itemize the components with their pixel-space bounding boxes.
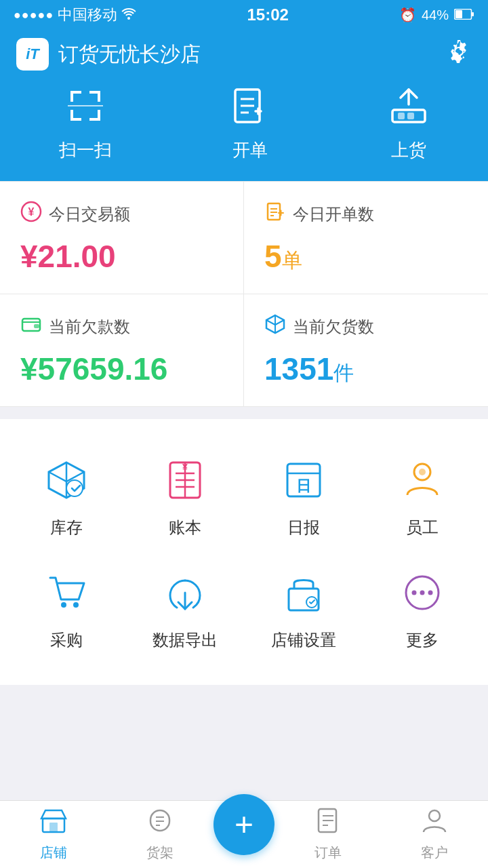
order-icon — [230, 85, 270, 132]
status-bar: ●●●●● 中国移动 15:02 ⏰ 44% — [0, 0, 488, 30]
svg-rect-6 — [98, 91, 100, 102]
menu-inventory[interactable]: 库存 — [7, 439, 125, 552]
signal-icon: ●●●●● — [14, 8, 54, 22]
header: iT 订货无忧长沙店 — [0, 30, 488, 79]
order-label: 开单 — [232, 138, 268, 162]
daily-report-icon: 日 — [277, 453, 331, 507]
scan-label: 扫一扫 — [59, 138, 112, 162]
stat-header-transaction: ¥ 今日交易额 — [20, 201, 223, 227]
stock-up-button[interactable]: 上货 — [388, 85, 429, 162]
wifi-icon — [121, 6, 136, 24]
stat-current-backorder[interactable]: 当前欠货数 1351件 — [244, 294, 488, 407]
more-icon — [395, 566, 449, 620]
store-nav-icon — [40, 808, 67, 840]
svg-text:¥: ¥ — [28, 206, 35, 218]
svg-text:¥: ¥ — [182, 462, 188, 473]
svg-point-46 — [428, 591, 432, 595]
stat-label-debt: 当前欠款数 — [49, 316, 130, 338]
svg-text:日: 日 — [296, 477, 311, 494]
menu-grid: 库存 ¥ 账本 日 — [0, 426, 488, 678]
nav-shelf[interactable]: 货架 — [107, 808, 214, 862]
stat-value-debt: ¥57659.16 — [20, 351, 223, 387]
svg-rect-1 — [455, 10, 462, 18]
stat-header-debt: 当前欠款数 — [20, 313, 223, 340]
store-settings-label: 店铺设置 — [271, 629, 336, 651]
wallet-icon — [20, 313, 42, 340]
stock-label: 上货 — [391, 138, 426, 162]
svg-point-44 — [411, 591, 416, 595]
action-bar: 扫一扫 开单 上货 — [0, 79, 488, 181]
purchase-label: 采购 — [50, 629, 83, 651]
status-left: ●●●●● 中国移动 — [14, 5, 136, 25]
svg-rect-26 — [34, 324, 39, 328]
app-logo: iT — [16, 38, 49, 71]
svg-point-38 — [419, 469, 426, 475]
nav-add-button[interactable]: + — [214, 794, 274, 855]
svg-rect-48 — [49, 823, 58, 832]
stat-label-orders: 今日开单数 — [293, 203, 374, 225]
box-icon — [264, 313, 286, 340]
stock-icon — [388, 85, 429, 132]
menu-daily-report[interactable]: 日 日报 — [244, 439, 363, 552]
stats-grid: ¥ 今日交易额 ¥21.00 今日开单数 5单 — [0, 181, 488, 407]
customer-nav-icon — [421, 808, 448, 840]
svg-rect-8 — [70, 110, 73, 121]
data-export-icon — [158, 566, 212, 620]
store-nav-label: 店铺 — [40, 844, 67, 862]
inventory-icon — [39, 453, 94, 507]
menu-purchase[interactable]: 采购 — [7, 552, 125, 665]
battery-label: 44% — [422, 7, 449, 23]
purchase-icon — [39, 566, 94, 620]
nav-customer[interactable]: 客户 — [382, 808, 489, 862]
stat-value-orders: 5单 — [264, 238, 468, 275]
settings-button[interactable] — [446, 39, 472, 71]
scan-icon — [65, 85, 106, 132]
shelf-nav-label: 货架 — [146, 844, 174, 862]
app-title: 订货无忧长沙店 — [58, 41, 201, 68]
scan-button[interactable]: 扫一扫 — [59, 85, 112, 162]
svg-point-45 — [420, 591, 424, 595]
stat-value-transaction: ¥21.00 — [20, 238, 223, 275]
stat-current-debt[interactable]: 当前欠款数 ¥57659.16 — [0, 294, 244, 407]
more-label: 更多 — [406, 629, 439, 651]
status-right: ⏰ 44% — [399, 7, 474, 23]
menu-store-settings[interactable]: 店铺设置 — [244, 552, 363, 665]
shelf-nav-icon — [146, 808, 174, 840]
stat-today-orders[interactable]: 今日开单数 5单 — [244, 182, 488, 294]
doc-icon — [264, 201, 286, 227]
create-order-button[interactable]: 开单 — [230, 85, 270, 162]
stat-today-transaction[interactable]: ¥ 今日交易额 ¥21.00 — [0, 182, 244, 294]
menu-data-export[interactable]: 数据导出 — [125, 552, 244, 665]
orders-nav-label: 订单 — [314, 844, 342, 862]
stat-header-orders: 今日开单数 — [264, 201, 468, 227]
carrier-label: 中国移动 — [58, 5, 117, 25]
stat-header-backorder: 当前欠货数 — [264, 313, 468, 340]
daily-report-label: 日报 — [287, 517, 320, 538]
data-export-label: 数据导出 — [152, 629, 218, 651]
svg-rect-4 — [70, 91, 73, 102]
status-time: 15:02 — [247, 5, 288, 24]
stat-label-backorder: 当前欠货数 — [293, 316, 374, 338]
svg-point-27 — [66, 480, 83, 496]
menu-staff[interactable]: 员工 — [363, 439, 481, 552]
customer-nav-label: 客户 — [421, 844, 448, 862]
menu-section: 库存 ¥ 账本 日 — [0, 419, 488, 685]
yuan-circle-icon: ¥ — [20, 201, 42, 227]
menu-ledger[interactable]: ¥ 账本 — [125, 439, 244, 552]
stat-value-backorder: 1351件 — [264, 351, 468, 387]
battery-icon — [454, 7, 474, 23]
svg-rect-10 — [98, 110, 100, 121]
ledger-icon: ¥ — [158, 453, 212, 507]
nav-store[interactable]: 店铺 — [0, 808, 107, 862]
add-icon: + — [235, 808, 253, 841]
svg-rect-18 — [407, 113, 414, 119]
svg-point-54 — [429, 810, 440, 821]
nav-orders[interactable]: 订单 — [274, 808, 382, 862]
header-left: iT 订货无忧长沙店 — [16, 38, 201, 71]
staff-icon — [395, 453, 449, 507]
svg-rect-2 — [472, 12, 474, 16]
svg-point-40 — [73, 602, 79, 608]
alarm-icon: ⏰ — [399, 7, 416, 23]
svg-point-39 — [61, 602, 66, 608]
menu-more[interactable]: 更多 — [363, 552, 481, 665]
